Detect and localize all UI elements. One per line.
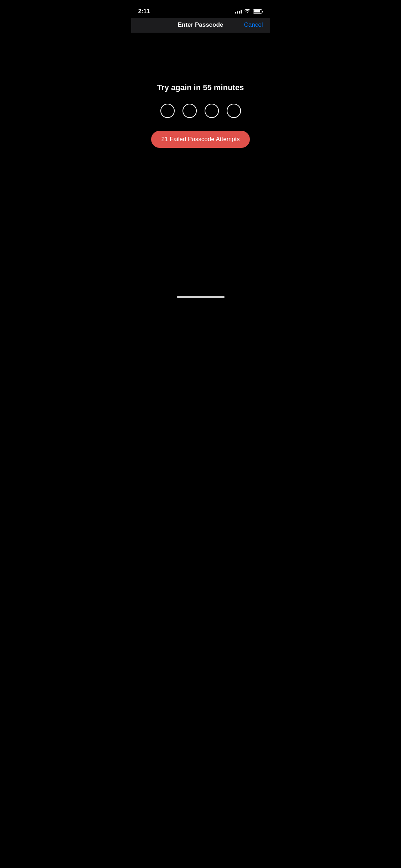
battery-tip — [262, 11, 263, 12]
try-again-text: Try again in 55 minutes — [157, 83, 244, 92]
signal-bar-4 — [241, 10, 242, 14]
failed-attempts-label: 21 Failed Passcode Attempts — [161, 136, 240, 143]
battery-icon — [253, 9, 263, 14]
main-content: Try again in 55 minutes 21 Failed Passco… — [131, 33, 270, 148]
signal-bar-3 — [239, 11, 240, 14]
signal-bar-2 — [237, 11, 238, 14]
failed-attempts-badge: 21 Failed Passcode Attempts — [151, 131, 250, 148]
battery-fill — [254, 10, 260, 12]
nav-bar: Enter Passcode Cancel — [131, 18, 270, 33]
passcode-dot-2 — [182, 104, 197, 118]
nav-title: Enter Passcode — [178, 21, 223, 29]
home-indicator — [177, 296, 225, 298]
passcode-dots — [160, 104, 241, 118]
passcode-dot-4 — [227, 104, 241, 118]
status-time: 2:11 — [138, 8, 150, 15]
status-bar: 2:11 — [131, 0, 270, 18]
passcode-dot-3 — [205, 104, 219, 118]
battery-body — [253, 9, 262, 14]
cancel-button[interactable]: Cancel — [244, 21, 263, 29]
status-icons — [235, 9, 263, 14]
passcode-dot-1 — [160, 104, 175, 118]
signal-bar-1 — [235, 12, 236, 14]
signal-bars-icon — [235, 9, 242, 14]
wifi-icon — [245, 9, 250, 14]
